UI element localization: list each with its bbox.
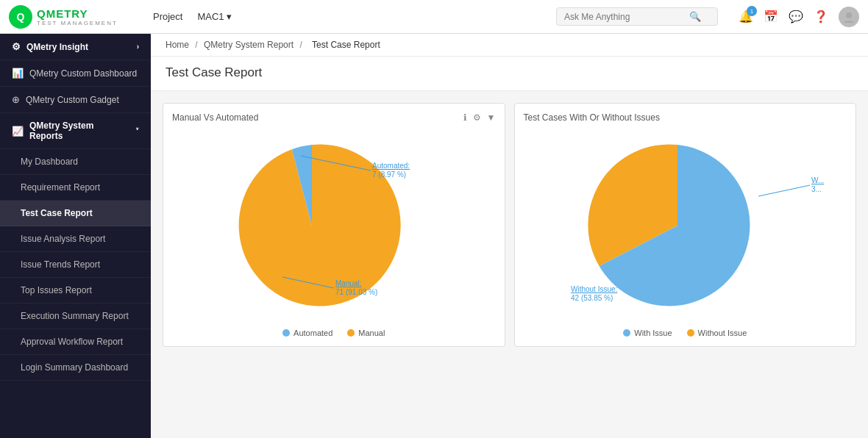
sidebar-item-test-case-report[interactable]: Test Case Report xyxy=(0,201,151,226)
legend-manual: Manual xyxy=(347,328,385,337)
sidebar-submenu: My Dashboard Requirement Report Test Cas… xyxy=(0,149,151,381)
logo-brand: QMETRY xyxy=(37,7,118,20)
system-reports-chevron: ˅ xyxy=(135,127,139,135)
page-title: Test Case Report xyxy=(166,65,853,80)
svg-point-0 xyxy=(846,12,852,18)
qmetry-insight-icon: ⚙ xyxy=(12,41,21,52)
sidebar-label-approval-workflow-report: Approval Workflow Report xyxy=(21,337,123,347)
manual-label-value: 71 (91.03 %) xyxy=(335,288,377,296)
without-issue-label-value: 42 (53.85 %) xyxy=(571,294,613,302)
logo-sub: TEST MANAGEMENT xyxy=(37,20,118,26)
legend-with-issue-label: With Issue xyxy=(634,328,672,337)
sidebar-item-issue-trends-report[interactable]: Issue Trends Report xyxy=(0,252,151,278)
sidebar-label-my-dashboard: My Dashboard xyxy=(21,157,78,167)
legend-without-issue-label: Without Issue xyxy=(698,328,747,337)
top-navigation: Q QMETRY TEST MANAGEMENT Project MAC1 ▾ … xyxy=(0,0,868,34)
user-avatar[interactable] xyxy=(839,7,859,27)
legend-automated-dot xyxy=(282,329,290,337)
search-icon[interactable]: 🔍 xyxy=(689,11,701,22)
chart1-settings-icon[interactable]: ⚙ xyxy=(473,112,481,123)
notification-bell[interactable]: 🔔 1 xyxy=(739,10,753,24)
sidebar-item-approval-workflow-report[interactable]: Approval Workflow Report xyxy=(0,329,151,355)
sidebar-item-custom-gadget[interactable]: ⊕ QMetry Custom Gadget xyxy=(0,87,151,113)
automated-label-title[interactable]: Automated: xyxy=(372,162,410,170)
sidebar-label-test-case-report: Test Case Report xyxy=(21,208,93,218)
legend-manual-dot xyxy=(347,329,355,337)
breadcrumb-home[interactable]: Home xyxy=(166,40,189,50)
sidebar-label-custom-gadget: QMetry Custom Gadget xyxy=(26,95,119,105)
sidebar-label-execution-summary-report: Execution Summary Report xyxy=(21,311,129,321)
custom-dashboard-icon: 📊 xyxy=(12,68,24,79)
system-reports-icon: 📈 xyxy=(12,126,24,137)
breadcrumb-sep2: / xyxy=(299,40,305,50)
search-area[interactable]: 🔍 xyxy=(556,7,718,26)
sidebar-label-login-summary-dashboard: Login Summary Dashboard xyxy=(21,362,128,373)
chart2-svg: Without Issue: 42 (53.85 %) W... 3... xyxy=(530,130,839,321)
sidebar-label-issue-analysis-report: Issue Analysis Report xyxy=(21,234,105,244)
logo-area: Q QMETRY TEST MANAGEMENT xyxy=(9,5,141,29)
manual-label-title[interactable]: Manual: xyxy=(335,279,362,287)
legend-automated: Automated xyxy=(282,328,332,337)
notification-badge: 1 xyxy=(747,6,757,16)
custom-gadget-icon: ⊕ xyxy=(12,94,20,105)
logo-icon: Q xyxy=(9,5,32,29)
chart1-filter-icon[interactable]: ▼ xyxy=(487,112,496,123)
breadcrumb: Home / QMetry System Report / Test Case … xyxy=(151,34,868,57)
sidebar-item-login-summary-dashboard[interactable]: Login Summary Dashboard xyxy=(0,355,151,381)
search-input[interactable] xyxy=(564,12,689,22)
sidebar-label-qmetry-insight: QMetry Insight xyxy=(26,42,88,52)
nav-links: Project MAC1 ▾ xyxy=(153,11,232,22)
chart1-title-bar: Manual Vs Automated ℹ ⚙ ▼ xyxy=(172,112,496,123)
sidebar-item-issue-analysis-report[interactable]: Issue Analysis Report xyxy=(0,226,151,252)
breadcrumb-sep1: / xyxy=(195,40,200,50)
page-header: Test Case Report xyxy=(151,57,868,91)
with-issue-label-line xyxy=(758,185,810,196)
sidebar-item-qmetry-insight[interactable]: ⚙ QMetry Insight › xyxy=(0,34,151,60)
legend-with-issue: With Issue xyxy=(623,328,672,337)
sidebar: ⚙ QMetry Insight › 📊 QMetry Custom Dashb… xyxy=(0,34,151,438)
sidebar-item-custom-dashboard[interactable]: 📊 QMetry Custom Dashboard xyxy=(0,60,151,87)
main-layout: ⚙ QMetry Insight › 📊 QMetry Custom Dashb… xyxy=(0,34,868,438)
chart2-legend: With Issue Without Issue xyxy=(524,328,847,337)
nav-mac1[interactable]: MAC1 ▾ xyxy=(197,11,232,22)
help-icon[interactable]: ❓ xyxy=(814,10,828,24)
chart1-legend: Automated Manual xyxy=(172,328,496,337)
chat-icon[interactable]: 💬 xyxy=(789,10,803,24)
charts-area: Manual Vs Automated ℹ ⚙ ▼ xyxy=(151,91,868,359)
chevron-icon: › xyxy=(137,43,139,51)
sidebar-label-system-reports: QMetry System Reports xyxy=(29,121,129,141)
chart1-pie-container: Automated: 7 (8.97 %) Manual: 71 (91.03 … xyxy=(172,130,496,321)
chart1-svg: Automated: 7 (8.97 %) Manual: 71 (91.03 … xyxy=(179,130,488,321)
sidebar-item-execution-summary-report[interactable]: Execution Summary Report xyxy=(0,304,151,329)
sidebar-item-top-issues-report[interactable]: Top Issues Report xyxy=(0,278,151,304)
chart-manual-vs-automated: Manual Vs Automated ℹ ⚙ ▼ xyxy=(163,103,505,347)
legend-without-issue-dot xyxy=(687,329,694,337)
sidebar-label-custom-dashboard: QMetry Custom Dashboard xyxy=(29,68,137,79)
nav-project[interactable]: Project xyxy=(153,11,182,22)
sidebar-item-system-reports[interactable]: 📈 QMetry System Reports ˅ xyxy=(0,113,151,149)
sidebar-item-my-dashboard[interactable]: My Dashboard xyxy=(0,149,151,175)
without-issue-label-title[interactable]: Without Issue: xyxy=(571,285,617,293)
with-issue-label-title[interactable]: W... xyxy=(811,176,824,184)
sidebar-item-requirement-report[interactable]: Requirement Report xyxy=(0,175,151,201)
with-issue-label-value: 3... xyxy=(811,185,822,193)
chart2-pie-container: Without Issue: 42 (53.85 %) W... 3... xyxy=(524,130,847,321)
sidebar-label-issue-trends-report: Issue Trends Report xyxy=(21,259,100,270)
sidebar-label-requirement-report: Requirement Report xyxy=(21,182,100,193)
chart1-title: Manual Vs Automated xyxy=(172,112,258,123)
breadcrumb-current: Test Case Report xyxy=(312,40,380,50)
legend-manual-label: Manual xyxy=(358,328,385,337)
chart-with-without-issues: Test Cases With Or Without Issues xyxy=(514,103,857,347)
chart1-actions: ℹ ⚙ ▼ xyxy=(463,112,496,123)
legend-without-issue: Without Issue xyxy=(687,328,747,337)
chart2-title-bar: Test Cases With Or Without Issues xyxy=(524,112,847,123)
legend-automated-label: Automated xyxy=(294,328,332,337)
sidebar-label-top-issues-report: Top Issues Report xyxy=(21,285,92,295)
chart1-info-icon[interactable]: ℹ xyxy=(463,112,467,123)
chart2-title: Test Cases With Or Without Issues xyxy=(524,112,660,123)
nav-icons: 🔔 1 📅 💬 ❓ xyxy=(739,7,859,27)
main-content: Home / QMetry System Report / Test Case … xyxy=(151,34,868,438)
calendar-icon[interactable]: 📅 xyxy=(764,10,778,24)
breadcrumb-parent[interactable]: QMetry System Report xyxy=(204,40,294,50)
legend-with-issue-dot xyxy=(623,329,630,337)
